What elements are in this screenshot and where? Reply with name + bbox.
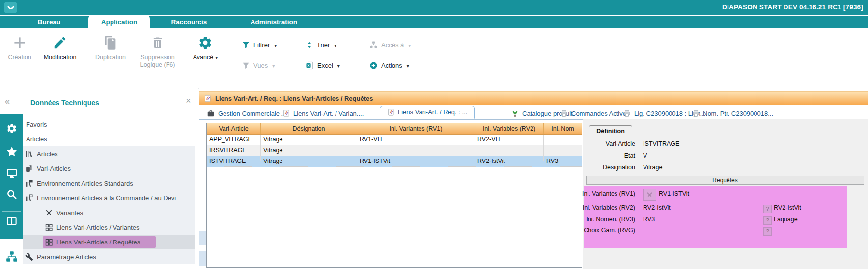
table-row-selected[interactable]: ISTVITRAGE Vitrage RV1-ISTVit RV2-IstVit… xyxy=(207,156,582,167)
question-icon[interactable] xyxy=(763,216,772,225)
tree-item-label: Articles xyxy=(26,135,47,143)
vues-label: Vues xyxy=(253,62,268,69)
acces-a-button[interactable]: Accès à xyxy=(369,39,411,51)
requete-value: RV1-ISTVit xyxy=(659,190,689,197)
tree-item-label: Liens Vari-Articles / Requêtes xyxy=(56,239,140,246)
chevron-down-icon[interactable] xyxy=(272,62,275,69)
column-header-ini-variantes[interactable]: Ini. Variantes (RV1) xyxy=(357,123,475,134)
table-row[interactable]: APP_VITRAGE Vitrage RV1-VIT RV2-VIT xyxy=(207,134,582,145)
close-sidebar-button[interactable] xyxy=(186,96,191,106)
ribbon-toolbar: Création Modification Duplication Suppre… xyxy=(0,28,868,89)
tree-item-env-articles-commande[interactable]: Environnement Articles à la Commande / a… xyxy=(23,190,195,205)
tree-item-articles-section[interactable]: Articles xyxy=(23,132,195,146)
requete-row-rvg: Choix Gam. (RVG) xyxy=(584,227,847,237)
modification-button[interactable]: Modification xyxy=(37,33,83,61)
tree-item-parametrage-articles[interactable]: Paramétrage Articles xyxy=(23,249,195,264)
chevron-down-icon[interactable] xyxy=(337,62,340,69)
tree-item-liens-vari-articles-variantes[interactable]: Liens Vari-Articles / Variantes xyxy=(23,220,195,235)
modification-label: Modification xyxy=(37,54,83,61)
sidebar-panel: Données Techniques Favoris Articles Arti… xyxy=(0,88,198,269)
variants-icon xyxy=(45,209,53,217)
requete-label: Ini. Nomen. (RV3) xyxy=(581,216,635,223)
requete-row-rv2: Ini. Variables (RV2) RV2-IstVit RV2-IstV… xyxy=(584,204,847,215)
cell-rv2: RV2-IstVit xyxy=(475,156,544,166)
requete-label: Ini. Variantes (RV1) xyxy=(581,190,635,197)
cell-vari-article: IRSVITRAGE xyxy=(207,145,261,156)
field-etat: Etat V xyxy=(583,152,868,162)
search-icon[interactable] xyxy=(6,189,17,200)
requete-label: Ini. Variables (RV2) xyxy=(581,204,635,211)
creation-button[interactable]: Création xyxy=(0,33,42,61)
plant-icon xyxy=(511,109,519,117)
chevron-down-icon[interactable] xyxy=(408,41,411,49)
field-value: V xyxy=(643,152,647,159)
suppression-logique-button[interactable]: Suppression Logique (F6) xyxy=(134,33,182,69)
tree-item-favoris[interactable]: Favoris xyxy=(23,117,195,132)
notebook-icon xyxy=(204,94,211,103)
creation-label: Création xyxy=(0,54,42,61)
menu-bureau[interactable]: Bureau xyxy=(29,16,69,28)
tree-item-liens-vari-articles-requetes[interactable]: Liens Vari-Articles / Requêtes xyxy=(23,235,195,249)
app-logo[interactable] xyxy=(4,2,17,13)
menu-administration[interactable]: Administration xyxy=(241,16,307,28)
table-row[interactable]: IRSVITRAGE Vitrage xyxy=(207,145,582,156)
column-header-ini-nom[interactable]: Ini. Nom xyxy=(544,123,582,134)
briefcase-icon xyxy=(207,110,215,117)
tree-item-variantes[interactable]: Variantes xyxy=(23,205,195,220)
requete-right-value: RV2-IstVit xyxy=(774,204,801,211)
tab-label: Liens Vari-Art. / Varian.... xyxy=(293,110,364,117)
tab-liens-vari-art-variantes[interactable]: Liens Vari-Art. / Varian.... xyxy=(282,108,364,119)
tree-item-articles[interactable]: Articles xyxy=(23,146,195,161)
split-view-icon[interactable] xyxy=(6,215,17,227)
column-header-ini-variables[interactable]: Ini. Variables (RV2) xyxy=(475,123,544,134)
notebook-icon xyxy=(387,108,394,116)
menu-application[interactable]: Application xyxy=(88,15,150,28)
requetes-section-header: Requêtes xyxy=(586,176,864,185)
collapse-sidebar-button[interactable] xyxy=(5,96,10,107)
vues-button[interactable]: Vues xyxy=(242,59,275,71)
star-icon[interactable] xyxy=(6,146,18,158)
settings-wheel-icon[interactable] xyxy=(6,123,17,134)
cell-nom: RV3 xyxy=(544,156,582,166)
printer-icon xyxy=(692,110,700,117)
trier-label: Trier xyxy=(317,41,330,49)
question-icon[interactable] xyxy=(763,227,772,236)
tab-nom-ptr-c230900018[interactable]: Nom. Ptr. C230900018... xyxy=(692,108,773,119)
chevron-down-icon[interactable] xyxy=(274,41,277,49)
pencil-icon xyxy=(53,35,67,50)
tab-commandes-actives[interactable]: Commandes Actives xyxy=(560,108,630,119)
chevron-down-icon[interactable] xyxy=(334,41,336,49)
tab-definition[interactable]: Définition xyxy=(589,125,632,136)
chevron-down-icon[interactable] xyxy=(407,62,409,69)
cell-vari-article: ISTVITRAGE xyxy=(207,156,261,166)
field-label: Désignation xyxy=(583,164,635,171)
cell-rv1 xyxy=(357,145,475,156)
chevron-down-icon[interactable] xyxy=(215,54,218,61)
hierarchy-icon[interactable] xyxy=(5,250,18,263)
column-header-designation[interactable]: Désignation xyxy=(261,123,357,134)
tab-label: Gestion Commerciale ... xyxy=(218,110,286,117)
field-value: ISTVITRAGE xyxy=(643,140,679,147)
tab-gestion-commerciale[interactable]: Gestion Commerciale ... xyxy=(207,108,286,119)
avance-button[interactable]: Avancé xyxy=(187,33,224,61)
requetes-panel: Ini. Variantes (RV1) RV1-ISTVit Ini. Var… xyxy=(584,186,847,248)
actions-button[interactable]: Actions xyxy=(369,59,409,71)
monitor-icon[interactable] xyxy=(6,167,18,179)
requete-row-rv3: Ini. Nomen. (RV3) RV3 Laquage xyxy=(584,216,847,226)
duplication-button[interactable]: Duplication xyxy=(88,33,133,61)
window-title: DIAPASON START DEV 04.16.21 RC1 [7936] xyxy=(722,3,863,11)
tree-item-env-articles-standards[interactable]: Environnement Articles Standards xyxy=(23,176,195,190)
main-area: Liens Vari-Art. / Req. : Liens Vari-Arti… xyxy=(199,88,868,269)
tab-liens-vari-art-requetes[interactable]: Liens Vari-Art. / Req. : ... xyxy=(380,106,475,119)
question-icon[interactable] xyxy=(763,205,772,213)
excel-button[interactable]: Excel xyxy=(306,59,340,71)
actions-label: Actions xyxy=(381,62,402,69)
icon-rail xyxy=(0,114,23,239)
tree-item-vari-articles[interactable]: Vari-Articles xyxy=(23,161,195,176)
trier-button[interactable]: Trier xyxy=(306,39,336,51)
menu-raccourcis[interactable]: Raccourcis xyxy=(162,16,216,28)
tree-item-label: Environnement Articles à la Commande / a… xyxy=(37,194,176,202)
column-header-vari-article[interactable]: Vari-Article xyxy=(207,123,261,134)
filtrer-button[interactable]: Filtrer xyxy=(242,39,277,51)
variants-icon-button[interactable] xyxy=(643,189,656,201)
